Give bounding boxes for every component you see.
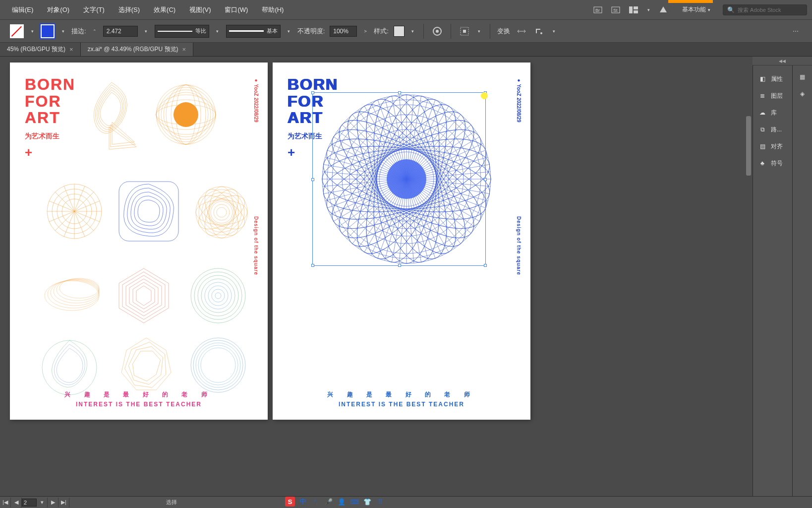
search-stock[interactable]: 🔍 [723,4,807,15]
layers-icon: ≣ [758,91,767,100]
poster-footer: 兴 趣 是 最 好 的 老 师 INTEREST IS THE BEST TEA… [273,390,530,408]
svg-point-68 [212,289,225,302]
strip-icon-1[interactable]: ▦ [796,70,809,83]
spiro-shape[interactable] [188,266,248,325]
ime-logo-icon[interactable]: S [285,497,295,507]
collapse-panels-icon[interactable]: ◀◀ [753,57,812,65]
menu-text[interactable]: 文字(T) [76,2,112,17]
strip-icon-2[interactable]: ◈ [796,87,809,100]
search-input[interactable] [738,7,803,13]
fill-swatch[interactable] [10,24,24,38]
stroke-link-icon[interactable]: ⌃ [91,26,98,37]
opacity-dropdown[interactable]: > [362,26,369,37]
svg-point-54 [57,279,99,301]
status-bar: |◀ ◀ ▾ ▶ ▶| 选择 [0,496,812,508]
menu-effect[interactable]: 效果(C) [147,2,182,17]
panel-align[interactable]: ▤对齐 [753,138,792,155]
arrange-dropdown[interactable]: ▾ [645,4,652,15]
svg-point-11 [540,32,542,34]
svg-point-66 [205,282,232,309]
close-icon[interactable]: × [182,46,186,53]
panel-pathfinder[interactable]: ⧉路... [753,121,792,138]
canvas[interactable]: BORNFORART 为艺术而生 + ● YooZ 2022/08/29 Des… [0,57,753,496]
menu-help[interactable]: 帮助(H) [255,2,290,17]
stroke-color-dropdown[interactable]: ▾ [59,26,66,37]
menu-window[interactable]: 窗口(W) [218,2,255,17]
svg-point-41 [211,201,232,223]
next-artboard-button[interactable]: ▶ [48,498,58,508]
style-dropdown[interactable]: ▾ [409,26,416,37]
spiro-shape[interactable] [154,82,218,147]
spiro-shape[interactable] [114,333,178,397]
stroke-weight-input[interactable] [103,26,138,37]
spiro-shape[interactable] [82,77,141,152]
fill-dropdown[interactable]: ▾ [29,26,36,37]
ime-person-icon[interactable]: 👤 [337,497,347,507]
options-bar: ▾ ▾ 描边: ⌃ ▾ 等比 ▾ 基本 ▾ 不透明度: > 样式: ▾ ▾ 变换… [0,20,812,43]
panel-symbols[interactable]: ♣符号 [753,155,792,172]
ime-voice-icon[interactable]: 🎤 [324,497,334,507]
spiro-shape[interactable] [40,263,104,328]
transform-corner-icon[interactable] [533,25,546,38]
panel-layers[interactable]: ≣图层 [753,87,792,104]
menu-object[interactable]: 对象(O) [40,2,76,17]
stock-icon[interactable]: St [609,3,622,16]
ime-lang-icon[interactable]: 中 [298,497,308,507]
artboard-number-input[interactable] [22,499,37,507]
recolor-icon[interactable] [431,25,444,38]
close-icon[interactable]: × [69,46,73,53]
ime-keyboard-icon[interactable]: ⌨ [349,497,359,507]
stroke-swatch[interactable] [41,24,55,38]
stroke-profile[interactable]: 等比 [155,25,209,38]
tab-doc-2[interactable]: zx.ai* @ 43.49% (RGB/GPU 预览) × [81,43,194,56]
svg-point-51 [48,280,99,308]
vertical-scrollbar[interactable] [745,57,753,496]
tab-doc-1[interactable]: 45% (RGB/GPU 预览) × [0,43,81,56]
svg-rect-35 [119,182,178,241]
spiro-shape[interactable] [188,335,248,395]
spiro-shape[interactable] [37,335,102,400]
gpu-icon[interactable] [657,3,670,16]
pathfinder-icon: ⧉ [758,125,767,134]
menu-select[interactable]: 选择(S) [112,2,147,17]
profile-dropdown[interactable]: ▾ [214,26,221,37]
style-swatch[interactable] [394,26,405,37]
artboard-1[interactable]: BORNFORART 为艺术而生 + ● YooZ 2022/08/29 Des… [10,63,268,420]
brush-def[interactable]: 基本 [226,25,281,38]
ime-punct-icon[interactable]: °, [311,497,321,507]
bridge-icon[interactable]: Br [591,3,604,16]
prev-artboard-button[interactable]: ◀ [11,498,22,508]
menu-edit[interactable]: 编辑(E) [5,2,40,17]
svg-point-45 [198,184,245,241]
panel-properties[interactable]: ◧属性 [753,70,792,87]
menu-view[interactable]: 视图(V) [182,2,218,17]
side-text-2: Design of the square [516,216,522,275]
transform-dropdown[interactable]: ▾ [551,26,558,37]
transform-width-icon[interactable] [515,25,528,38]
selected-spiro[interactable] [317,90,496,268]
stroke-weight-dropdown[interactable]: ▾ [143,26,150,37]
plus-icon: + [25,145,32,160]
first-artboard-button[interactable]: |◀ [0,498,11,508]
more-options-icon[interactable]: ⋯ [789,25,802,38]
current-tool-label: 选择 [159,499,184,506]
brush-dropdown[interactable]: ▾ [286,26,292,37]
align-dropdown[interactable]: ▾ [476,26,483,37]
align-icon[interactable] [458,25,471,38]
ime-cloth-icon[interactable]: 👕 [362,497,372,507]
arrange-icon[interactable] [627,3,640,16]
ime-toolbar[interactable]: S 中 °, 🎤 👤 ⌨ 👕 ⠿ [285,496,385,507]
align-icon: ▤ [758,142,767,151]
spiro-shape[interactable] [45,182,104,241]
spiro-shape[interactable] [109,261,178,330]
panel-libraries[interactable]: ☁库 [753,104,792,121]
workspace-switcher[interactable]: 基本功能 ▾ [682,5,710,14]
ime-grid-icon[interactable]: ⠿ [375,497,385,507]
svg-marker-60 [133,282,155,309]
artboard-2[interactable]: BORNFORART 为艺术而生 + ● YooZ 2022/08/29 Des… [273,63,530,420]
spiro-shape[interactable] [193,184,250,241]
spiro-shape[interactable] [116,179,181,244]
opacity-input[interactable] [330,26,357,37]
artboard-dropdown[interactable]: ▾ [37,498,48,508]
last-artboard-button[interactable]: ▶| [58,498,69,508]
